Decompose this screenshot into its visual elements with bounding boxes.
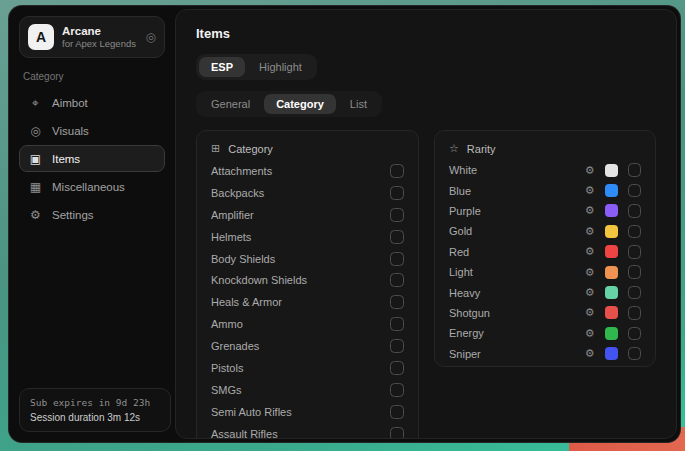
category-checkbox[interactable] bbox=[390, 339, 404, 353]
rarity-color-swatch[interactable] bbox=[605, 327, 618, 340]
rarity-checkbox[interactable] bbox=[628, 225, 642, 239]
mode-tabs-row: ESP Highlight bbox=[196, 54, 656, 80]
category-checkbox[interactable] bbox=[390, 405, 404, 419]
category-checkbox[interactable] bbox=[390, 208, 404, 222]
rarity-gear-icon[interactable]: ⚙ bbox=[585, 245, 595, 258]
rarity-gear-icon[interactable]: ⚙ bbox=[585, 164, 595, 177]
sidebar-item-label: Settings bbox=[52, 209, 94, 221]
rarity-gear-icon[interactable]: ⚙ bbox=[585, 306, 595, 319]
category-row: Attachments bbox=[211, 160, 404, 182]
rarity-row-label: Energy bbox=[449, 327, 585, 339]
rarity-row-label: Purple bbox=[449, 205, 585, 217]
mode-tab[interactable]: ESP bbox=[199, 57, 245, 77]
rarity-checkbox[interactable] bbox=[628, 245, 642, 259]
main-panel: Items ESP Highlight General Category bbox=[175, 9, 677, 439]
profile-settings-icon[interactable]: ◎ bbox=[146, 30, 156, 44]
rarity-row-label: Light bbox=[449, 266, 585, 278]
view-tab[interactable]: General bbox=[199, 94, 262, 114]
rarity-row: Purple ⚙ bbox=[449, 201, 641, 221]
sidebar-item-label: Items bbox=[52, 153, 80, 165]
rarity-color-swatch[interactable] bbox=[605, 266, 618, 279]
sidebar-item-label: Aimbot bbox=[52, 97, 88, 109]
panels-row: ⊞ Category Attachments Backpacks bbox=[196, 130, 656, 439]
category-checkbox[interactable] bbox=[390, 383, 404, 397]
rarity-checkbox[interactable] bbox=[628, 163, 642, 177]
category-row-label: Pistols bbox=[211, 362, 243, 374]
category-checkbox[interactable] bbox=[390, 427, 404, 439]
rarity-checkbox[interactable] bbox=[628, 265, 642, 279]
profile-card: A Arcane for Apex Legends ◎ bbox=[19, 16, 165, 58]
rarity-checkbox[interactable] bbox=[628, 306, 642, 320]
view-tab[interactable]: Category bbox=[264, 94, 336, 114]
category-panel: ⊞ Category Attachments Backpacks bbox=[196, 130, 419, 439]
category-panel-header: ⊞ Category bbox=[211, 142, 404, 155]
rarity-row-label: Heavy bbox=[449, 287, 585, 299]
rarity-gear-icon[interactable]: ⚙ bbox=[585, 225, 595, 238]
app-logo: A bbox=[28, 24, 54, 50]
sidebar-nav-item[interactable]: ⚙ Settings bbox=[19, 201, 165, 228]
category-checkbox[interactable] bbox=[390, 361, 404, 375]
rarity-color-swatch[interactable] bbox=[605, 245, 618, 258]
category-checkbox[interactable] bbox=[390, 164, 404, 178]
category-row: Pistols bbox=[211, 357, 404, 379]
view-tabs-row: General Category List bbox=[196, 91, 656, 117]
rarity-gear-icon[interactable]: ⚙ bbox=[585, 327, 595, 340]
rarity-checkbox[interactable] bbox=[628, 327, 642, 341]
sidebar-item-icon: ⚙ bbox=[28, 208, 43, 222]
category-checkbox[interactable] bbox=[390, 230, 404, 244]
view-tabs: General Category List bbox=[196, 91, 382, 117]
sidebar-nav: ⌖ Aimbot ◎ Visuals ▣ Items ▦ bbox=[19, 89, 165, 228]
mode-tabs: ESP Highlight bbox=[196, 54, 317, 80]
rarity-color-swatch[interactable] bbox=[605, 347, 618, 360]
rarity-row-label: White bbox=[449, 164, 585, 176]
rarity-gear-icon[interactable]: ⚙ bbox=[585, 266, 595, 279]
rarity-row: Shotgun ⚙ bbox=[449, 303, 641, 323]
rarity-star-icon: ☆ bbox=[449, 142, 459, 155]
category-row-label: Grenades bbox=[211, 340, 259, 352]
view-tab[interactable]: List bbox=[338, 94, 379, 114]
rarity-gear-icon[interactable]: ⚙ bbox=[585, 286, 595, 299]
session-duration-text: Session duration 3m 12s bbox=[30, 412, 160, 423]
sidebar-nav-item[interactable]: ▦ Miscellaneous bbox=[19, 173, 165, 200]
rarity-row: White ⚙ bbox=[449, 160, 641, 180]
category-list: Attachments Backpacks Amplifier bbox=[211, 160, 404, 439]
rarity-row-label: Red bbox=[449, 246, 585, 258]
category-row-label: Body Shields bbox=[211, 253, 275, 265]
rarity-checkbox[interactable] bbox=[628, 204, 642, 218]
category-row: SMGs bbox=[211, 379, 404, 401]
rarity-gear-icon[interactable]: ⚙ bbox=[585, 347, 595, 360]
category-row-label: Ammo bbox=[211, 318, 243, 330]
category-row: Grenades bbox=[211, 335, 404, 357]
category-row: Ammo bbox=[211, 313, 404, 335]
sidebar-item-icon: ⌖ bbox=[28, 96, 43, 110]
category-row-label: Helmets bbox=[211, 231, 251, 243]
sidebar-nav-item[interactable]: ⌖ Aimbot bbox=[19, 89, 165, 116]
rarity-color-swatch[interactable] bbox=[605, 204, 618, 217]
category-checkbox[interactable] bbox=[390, 252, 404, 266]
category-checkbox[interactable] bbox=[390, 317, 404, 331]
rarity-row-label: Blue bbox=[449, 185, 585, 197]
rarity-color-swatch[interactable] bbox=[605, 286, 618, 299]
rarity-color-swatch[interactable] bbox=[605, 225, 618, 238]
rarity-panel-header: ☆ Rarity bbox=[449, 142, 641, 155]
rarity-color-swatch[interactable] bbox=[605, 306, 618, 319]
rarity-checkbox[interactable] bbox=[628, 347, 642, 361]
rarity-row-label: Gold bbox=[449, 225, 585, 237]
app-title: Arcane bbox=[62, 24, 136, 38]
category-checkbox[interactable] bbox=[390, 186, 404, 200]
rarity-gear-icon[interactable]: ⚙ bbox=[585, 184, 595, 197]
mode-tab[interactable]: Highlight bbox=[247, 57, 314, 77]
rarity-checkbox[interactable] bbox=[628, 286, 642, 300]
rarity-gear-icon[interactable]: ⚙ bbox=[585, 204, 595, 217]
arcane-window: A Arcane for Apex Legends ◎ Category ⌖ A… bbox=[8, 5, 681, 443]
rarity-color-swatch[interactable] bbox=[605, 164, 618, 177]
rarity-color-swatch[interactable] bbox=[605, 184, 618, 197]
sidebar-item-icon: ▣ bbox=[28, 152, 43, 166]
sidebar-nav-item[interactable]: ▣ Items bbox=[19, 145, 165, 172]
rarity-checkbox[interactable] bbox=[628, 184, 642, 198]
category-checkbox[interactable] bbox=[390, 273, 404, 287]
sidebar-nav-item[interactable]: ◎ Visuals bbox=[19, 117, 165, 144]
rarity-panel-title: Rarity bbox=[467, 143, 496, 155]
category-checkbox[interactable] bbox=[390, 295, 404, 309]
app-subtitle: for Apex Legends bbox=[62, 38, 136, 50]
